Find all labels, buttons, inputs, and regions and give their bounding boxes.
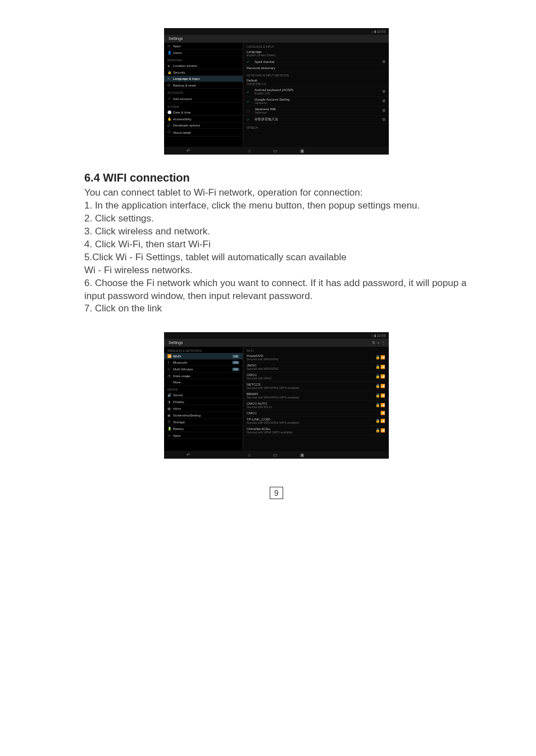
sidebar-item-data-usage[interactable]: ◔Data usage [164, 373, 243, 379]
back-button[interactable]: ↶ [187, 148, 190, 153]
section-heading: 6.4 WIFI connection [84, 171, 469, 184]
status-bar: ⌂ ▮ 12:03 [164, 332, 389, 339]
gear-icon[interactable]: ⚙ [382, 117, 385, 122]
sidebar-item-label: Apps [173, 434, 181, 437]
gear-icon[interactable]: ⚙ [382, 60, 385, 64]
wifi-signal-icon: 🔒📶 [375, 428, 385, 433]
sidebar-item-sound[interactable]: 🔊Sound [164, 392, 243, 399]
wifi-network-row[interactable]: BBWIFISecured with WPA/WPA2 (WPS availab… [243, 391, 389, 401]
accessibility-icon: ✋ [167, 117, 173, 121]
settings-right-panel: LANGUAGE & INPUT LanguageEnglish (United… [243, 43, 389, 147]
bluetooth-toggle[interactable]: ON [232, 361, 240, 364]
bluetooth-icon: ᛒ [167, 361, 173, 364]
multiwindow-toggle[interactable]: ON [232, 368, 240, 371]
body-line: 4. Click Wi-Fi, then start Wi-Fi [84, 238, 469, 251]
sidebar-item-apps[interactable]: ▭Apps [164, 43, 243, 49]
wifi-signal-icon: 🔒📶 [375, 384, 385, 388]
clock-icon: 🕓 [167, 110, 173, 114]
sidebar-item-label: Multi Window [173, 368, 193, 371]
row-japanese-ime[interactable]: ☐Japanese IMEJapanese⚙ [243, 106, 389, 116]
sidebar-item-backup-reset[interactable]: ⟳Backup & reset [164, 82, 243, 89]
sidebar-item-bluetooth[interactable]: ᛒBluetoothON [164, 360, 243, 366]
sidebar-item-wifi[interactable]: 📶Wi-FiON [164, 353, 243, 360]
sidebar-item-label: More... [173, 381, 184, 384]
sidebar-item-label: Wi-Fi [173, 355, 181, 358]
title-bar-actions[interactable]: ⇅ ＋ ⋮ [372, 339, 385, 347]
row-sub: Japanese [255, 101, 290, 105]
wifi-network-row[interactable]: PowerDVDSecured with WPA/WPA2🔒📶 [243, 353, 389, 363]
page-number: 9 [270, 487, 283, 499]
sidebar-item-about-tablet[interactable]: ⓘAbout tablet [164, 129, 243, 137]
back-button[interactable]: ↶ [187, 452, 190, 458]
right-header: LANGUAGE & INPUT [243, 43, 389, 49]
sidebar-item-developer[interactable]: {}Developer options [164, 123, 243, 129]
row-android-keyboard[interactable]: ✓Android keyboard (AOSP)English (US)⚙ [243, 87, 389, 97]
wifi-network-row[interactable]: ChinaNet-6CEuSecured with WPA2 (WPS avai… [243, 426, 389, 436]
home-button[interactable]: ⌂ [248, 452, 251, 458]
wifi-network-row[interactable]: NETCCSSecured with WPA/WPA2 (WPS availab… [243, 382, 389, 391]
sidebar-item-label: About tablet [173, 131, 191, 134]
sidebar-item-screenshot-setting[interactable]: ▣ScreenshotSetting [164, 412, 243, 419]
wifi-icon: 📶 [167, 354, 173, 358]
sidebar-item-battery[interactable]: 🔋Battery [164, 425, 243, 432]
row-personal-dictionary[interactable]: Personal dictionary [243, 65, 389, 71]
sidebar-item-date-time[interactable]: 🕓Date & time [164, 109, 243, 116]
wifi-network-row[interactable]: CMCC-AUTOSecured with 802.1x🔒📶 [243, 401, 389, 410]
home-button[interactable]: ⌂ [248, 148, 251, 153]
wifi-toggle[interactable]: ON [232, 355, 240, 358]
recent-button[interactable]: ▭ [273, 148, 278, 153]
screenshot-button[interactable]: ▣ [300, 452, 305, 458]
row-google-account-setting[interactable]: ✓Google Account SettingJapanese⚙ [243, 97, 389, 106]
hdmi-icon: ▦ [167, 406, 173, 410]
wifi-signal-icon: 🔒📶 [375, 355, 385, 360]
row-spell-checker[interactable]: ✓Spell checker⚙ [243, 58, 389, 65]
recent-button[interactable]: ▭ [273, 452, 278, 458]
sidebar-item-language-input[interactable]: ALanguage & input [164, 76, 243, 82]
row-pinyin[interactable]: ✓谷歌拼音输入法⚙ [243, 116, 389, 124]
sidebar-item-label: Developer options [173, 124, 200, 127]
settings-title: Settings [169, 37, 183, 40]
row-title: Personal dictionary [247, 66, 275, 70]
sidebar-item-display[interactable]: ◑Display [164, 399, 243, 405]
sidebar-item-apps[interactable]: ▭Apps [164, 432, 243, 439]
backup-icon: ⟳ [167, 83, 173, 87]
sidebar-item-hdmi[interactable]: ▦Hdmi [164, 405, 243, 412]
sidebar-item-label: Sound [173, 393, 183, 397]
wifi-signal-icon: 🔒📶 [375, 403, 385, 408]
wifi-signal-icon: 🔒📶 [375, 365, 385, 369]
sidebar-item-label: Apps [173, 44, 181, 48]
screenshot-button[interactable]: ▣ [300, 148, 305, 153]
apps-icon: ▭ [167, 44, 173, 48]
sidebar-item-location[interactable]: ◈Location access [164, 62, 243, 69]
sidebar-item-storage[interactable]: ☰Storage [164, 419, 243, 425]
wifi-network-row[interactable]: CMCC📶 [243, 410, 389, 417]
sidebar-item-users[interactable]: 👤Users [164, 49, 243, 56]
wifi-list-panel: Wi-Fi PowerDVDSecured with WPA/WPA2🔒📶 JW… [243, 347, 389, 451]
wifi-network-row[interactable]: JWGCSecured with WPA/WPA2🔒📶 [243, 363, 389, 372]
check-icon: ✓ [247, 90, 252, 94]
gear-icon[interactable]: ⚙ [382, 99, 385, 103]
row-default[interactable]: Default谷歌拼音输入法 [243, 78, 389, 87]
sidebar-item-add-account[interactable]: ＋Add account [164, 95, 243, 103]
body-line: input password window, then input releva… [84, 290, 469, 303]
row-sub: English (United States) [247, 53, 275, 57]
sidebar-item-security[interactable]: 🔒Security [164, 69, 243, 76]
sidebar-item-multiwindow[interactable]: ▭Multi WindowON [164, 366, 243, 373]
sidebar-item-accessibility[interactable]: ✋Accessibility [164, 116, 243, 123]
gear-icon[interactable]: ⚙ [382, 89, 385, 94]
row-title: Spell checker [255, 60, 275, 64]
body-line: 2. Click settings. [84, 212, 469, 225]
display-icon: ◑ [167, 400, 173, 404]
sidebar-item-label: Users [173, 51, 182, 55]
settings-left-panel: WIRELESS & NETWORKS 📶Wi-FiON ᛒBluetoothO… [164, 347, 243, 451]
wifi-signal-icon: 🔒📶 [375, 374, 385, 379]
gear-icon[interactable]: ⚙ [382, 108, 385, 113]
row-language[interactable]: LanguageEnglish (United States) [243, 49, 389, 58]
info-icon: ⓘ [167, 130, 173, 135]
wifi-network-row[interactable]: CMCCSecured with WPA2🔒📶 [243, 372, 389, 382]
wifi-signal-icon: 🔒📶 [375, 393, 385, 398]
sidebar-item-more[interactable]: More... [164, 379, 243, 386]
check-icon: ✓ [247, 60, 252, 64]
nav-bar: ↶ ⌂ ▭ ▣ [164, 147, 389, 155]
wifi-network-row[interactable]: TP-LINK_CC60Secured with WPA/WPA2 (WPS a… [243, 417, 389, 426]
